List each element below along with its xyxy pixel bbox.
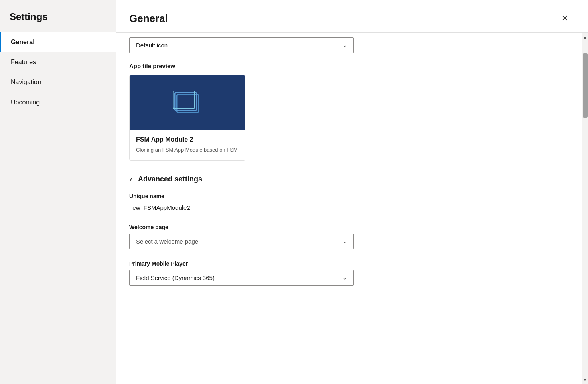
advanced-settings-chevron: ∧ <box>129 176 133 183</box>
app-tile: FSM App Module 2 Cloning an FSM App Modu… <box>129 75 245 161</box>
sidebar-nav: General Features Navigation Upcoming <box>0 32 116 112</box>
scrollbar: ▲ ▼ <box>582 33 588 384</box>
primary-mobile-player-group: Primary Mobile Player Field Service (Dyn… <box>129 260 566 286</box>
sidebar-title: Settings <box>0 0 116 32</box>
icon-dropdown[interactable]: Default icon ⌄ <box>129 37 354 53</box>
welcome-page-placeholder: Select a welcome page <box>136 238 198 245</box>
sidebar: Settings General Features Navigation Upc… <box>0 0 116 384</box>
unique-name-label: Unique name <box>129 193 566 199</box>
icon-dropdown-value: Default icon <box>136 42 168 49</box>
scroll-down-arrow[interactable]: ▼ <box>582 375 588 384</box>
app-module-icon <box>173 91 202 115</box>
primary-mobile-player-chevron: ⌄ <box>343 275 347 281</box>
app-tile-icon <box>173 91 202 115</box>
close-button[interactable]: ✕ <box>558 11 572 26</box>
primary-mobile-player-dropdown[interactable]: Field Service (Dynamics 365) ⌄ <box>129 270 354 286</box>
scroll-up-arrow[interactable]: ▲ <box>582 33 588 41</box>
sidebar-item-upcoming[interactable]: Upcoming <box>0 92 116 112</box>
sidebar-item-navigation[interactable]: Navigation <box>0 72 116 92</box>
welcome-page-dropdown[interactable]: Select a welcome page ⌄ <box>129 234 354 249</box>
app-tile-body: FSM App Module 2 Cloning an FSM App Modu… <box>130 130 245 160</box>
app-tile-preview-label: App tile preview <box>129 63 566 69</box>
app-tile-preview-section: App tile preview FSM App <box>129 63 566 161</box>
advanced-settings-section: ∧ Advanced settings Unique name new_FSMA… <box>129 175 566 286</box>
svg-rect-1 <box>175 93 197 110</box>
main-header: General ✕ <box>116 0 588 33</box>
sidebar-item-features[interactable]: Features <box>0 52 116 72</box>
icon-dropdown-container: Default icon ⌄ <box>129 37 566 53</box>
scroll-thumb-area <box>582 41 588 375</box>
app-tile-desc: Cloning an FSM App Module based on FSM <box>136 146 239 154</box>
unique-name-group: Unique name new_FSMAppModule2 <box>129 193 566 213</box>
sidebar-item-general[interactable]: General <box>0 32 116 52</box>
svg-rect-0 <box>177 95 199 112</box>
advanced-settings-title: Advanced settings <box>138 175 202 183</box>
welcome-page-label: Welcome page <box>129 224 566 230</box>
welcome-page-group: Welcome page Select a welcome page ⌄ <box>129 224 566 249</box>
scroll-thumb[interactable] <box>583 53 588 118</box>
svg-rect-2 <box>173 91 195 108</box>
app-tile-name: FSM App Module 2 <box>136 136 239 143</box>
main-panel: General ✕ Default icon ⌄ App tile previe… <box>116 0 588 384</box>
main-scrollable-area: Default icon ⌄ App tile preview <box>116 33 582 384</box>
page-title: General <box>129 12 168 25</box>
unique-name-value: new_FSMAppModule2 <box>129 203 566 213</box>
primary-mobile-player-label: Primary Mobile Player <box>129 260 566 267</box>
primary-mobile-player-value: Field Service (Dynamics 365) <box>136 274 215 281</box>
welcome-page-chevron: ⌄ <box>343 238 347 244</box>
advanced-settings-header[interactable]: ∧ Advanced settings <box>129 175 566 183</box>
icon-dropdown-chevron: ⌄ <box>343 42 347 48</box>
app-tile-header <box>130 75 245 130</box>
